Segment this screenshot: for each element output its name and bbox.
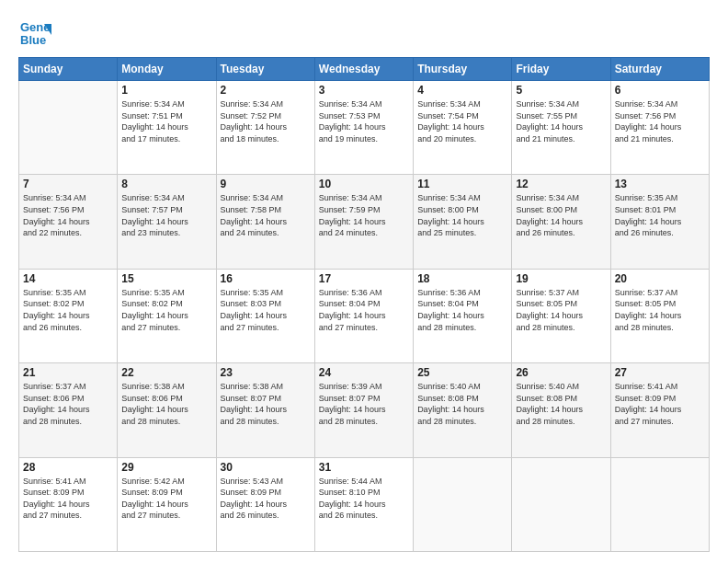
cell-info: Sunrise: 5:35 AM Sunset: 8:01 PM Dayligh… [615,192,705,238]
weekday-header-friday: Friday [512,58,610,81]
cell-info: Sunrise: 5:36 AM Sunset: 8:04 PM Dayligh… [319,287,409,333]
weekday-header-wednesday: Wednesday [314,58,413,81]
page: General Blue SundayMondayTuesdayWednesda… [0,0,728,563]
calendar-cell: 3Sunrise: 5:34 AM Sunset: 7:53 PM Daylig… [314,81,413,175]
day-number: 16 [221,272,311,285]
calendar-cell: 5Sunrise: 5:34 AM Sunset: 7:55 PM Daylig… [512,81,610,175]
cell-info: Sunrise: 5:34 AM Sunset: 7:51 PM Dayligh… [121,98,211,144]
cell-info: Sunrise: 5:35 AM Sunset: 8:03 PM Dayligh… [221,287,311,333]
calendar-cell [414,457,512,551]
day-number: 11 [417,178,507,190]
cell-info: Sunrise: 5:34 AM Sunset: 7:56 PM Dayligh… [615,98,705,144]
day-number: 17 [319,272,409,285]
cell-info: Sunrise: 5:34 AM Sunset: 7:55 PM Dayligh… [516,98,606,144]
header: General Blue [18,17,710,50]
weekday-header-row: SundayMondayTuesdayWednesdayThursdayFrid… [19,58,710,81]
day-number: 30 [221,461,311,474]
day-number: 5 [516,84,606,97]
cell-info: Sunrise: 5:38 AM Sunset: 8:06 PM Dayligh… [121,381,211,427]
calendar-cell: 23Sunrise: 5:38 AM Sunset: 8:07 PM Dayli… [216,363,314,457]
day-number: 8 [121,178,211,190]
calendar-cell: 15Sunrise: 5:35 AM Sunset: 8:02 PM Dayli… [118,269,216,362]
cell-info: Sunrise: 5:41 AM Sunset: 8:09 PM Dayligh… [23,476,113,522]
weekday-header-saturday: Saturday [610,58,709,81]
day-number: 18 [417,272,507,285]
cell-info: Sunrise: 5:41 AM Sunset: 8:09 PM Dayligh… [615,381,705,427]
day-number: 26 [516,366,606,379]
calendar-cell: 16Sunrise: 5:35 AM Sunset: 8:03 PM Dayli… [216,269,314,362]
weekday-header-thursday: Thursday [414,58,512,81]
cell-info: Sunrise: 5:34 AM Sunset: 7:52 PM Dayligh… [221,98,311,144]
calendar-week-row-4: 21Sunrise: 5:37 AM Sunset: 8:06 PM Dayli… [19,363,710,457]
calendar-table: SundayMondayTuesdayWednesdayThursdayFrid… [18,57,710,552]
cell-info: Sunrise: 5:37 AM Sunset: 8:05 PM Dayligh… [516,287,606,333]
cell-info: Sunrise: 5:43 AM Sunset: 8:09 PM Dayligh… [221,476,311,522]
day-number: 13 [615,178,705,190]
day-number: 15 [121,272,211,285]
calendar-cell: 12Sunrise: 5:34 AM Sunset: 8:00 PM Dayli… [512,175,610,269]
calendar-cell: 4Sunrise: 5:34 AM Sunset: 7:54 PM Daylig… [414,81,512,175]
weekday-header-sunday: Sunday [19,58,118,81]
cell-info: Sunrise: 5:44 AM Sunset: 8:10 PM Dayligh… [319,476,409,522]
cell-info: Sunrise: 5:34 AM Sunset: 7:54 PM Dayligh… [417,98,507,144]
calendar-cell: 13Sunrise: 5:35 AM Sunset: 8:01 PM Dayli… [610,175,709,269]
calendar-week-row-3: 14Sunrise: 5:35 AM Sunset: 8:02 PM Dayli… [19,269,710,362]
calendar-cell: 18Sunrise: 5:36 AM Sunset: 8:04 PM Dayli… [414,269,512,362]
day-number: 6 [615,84,705,97]
logo: General Blue [18,17,51,50]
calendar-cell: 26Sunrise: 5:40 AM Sunset: 8:08 PM Dayli… [512,363,610,457]
calendar-cell: 1Sunrise: 5:34 AM Sunset: 7:51 PM Daylig… [118,81,216,175]
weekday-header-tuesday: Tuesday [216,58,314,81]
calendar-cell [610,457,709,551]
cell-info: Sunrise: 5:37 AM Sunset: 8:05 PM Dayligh… [615,287,705,333]
calendar-cell: 21Sunrise: 5:37 AM Sunset: 8:06 PM Dayli… [19,363,118,457]
day-number: 12 [516,178,606,190]
day-number: 22 [121,366,211,379]
day-number: 7 [23,178,113,190]
cell-info: Sunrise: 5:34 AM Sunset: 7:56 PM Dayligh… [23,192,113,238]
cell-info: Sunrise: 5:38 AM Sunset: 8:07 PM Dayligh… [221,381,311,427]
calendar-week-row-1: 1Sunrise: 5:34 AM Sunset: 7:51 PM Daylig… [19,81,710,175]
calendar-cell: 8Sunrise: 5:34 AM Sunset: 7:57 PM Daylig… [118,175,216,269]
day-number: 14 [23,272,113,285]
day-number: 3 [319,84,409,97]
day-number: 31 [319,461,409,474]
calendar-cell: 31Sunrise: 5:44 AM Sunset: 8:10 PM Dayli… [314,457,413,551]
calendar-cell: 2Sunrise: 5:34 AM Sunset: 7:52 PM Daylig… [216,81,314,175]
day-number: 1 [121,84,211,97]
calendar-cell: 19Sunrise: 5:37 AM Sunset: 8:05 PM Dayli… [512,269,610,362]
calendar-cell: 14Sunrise: 5:35 AM Sunset: 8:02 PM Dayli… [19,269,118,362]
calendar-cell: 25Sunrise: 5:40 AM Sunset: 8:08 PM Dayli… [414,363,512,457]
calendar-cell: 30Sunrise: 5:43 AM Sunset: 8:09 PM Dayli… [216,457,314,551]
cell-info: Sunrise: 5:34 AM Sunset: 8:00 PM Dayligh… [516,192,606,238]
calendar-cell: 24Sunrise: 5:39 AM Sunset: 8:07 PM Dayli… [314,363,413,457]
cell-info: Sunrise: 5:35 AM Sunset: 8:02 PM Dayligh… [121,287,211,333]
weekday-header-monday: Monday [118,58,216,81]
cell-info: Sunrise: 5:35 AM Sunset: 8:02 PM Dayligh… [23,287,113,333]
day-number: 2 [221,84,311,97]
day-number: 24 [319,366,409,379]
calendar-cell: 9Sunrise: 5:34 AM Sunset: 7:58 PM Daylig… [216,175,314,269]
calendar-cell: 22Sunrise: 5:38 AM Sunset: 8:06 PM Dayli… [118,363,216,457]
calendar-week-row-2: 7Sunrise: 5:34 AM Sunset: 7:56 PM Daylig… [19,175,710,269]
day-number: 27 [615,366,705,379]
calendar-cell: 11Sunrise: 5:34 AM Sunset: 8:00 PM Dayli… [414,175,512,269]
calendar-cell: 27Sunrise: 5:41 AM Sunset: 8:09 PM Dayli… [610,363,709,457]
calendar-cell [19,81,118,175]
cell-info: Sunrise: 5:40 AM Sunset: 8:08 PM Dayligh… [516,381,606,427]
cell-info: Sunrise: 5:40 AM Sunset: 8:08 PM Dayligh… [417,381,507,427]
calendar-cell: 7Sunrise: 5:34 AM Sunset: 7:56 PM Daylig… [19,175,118,269]
day-number: 28 [23,461,113,474]
cell-info: Sunrise: 5:36 AM Sunset: 8:04 PM Dayligh… [417,287,507,333]
calendar-cell [512,457,610,551]
day-number: 21 [23,366,113,379]
svg-text:Blue: Blue [20,33,46,47]
calendar-cell: 10Sunrise: 5:34 AM Sunset: 7:59 PM Dayli… [314,175,413,269]
day-number: 29 [121,461,211,474]
calendar-cell: 17Sunrise: 5:36 AM Sunset: 8:04 PM Dayli… [314,269,413,362]
day-number: 4 [417,84,507,97]
cell-info: Sunrise: 5:34 AM Sunset: 7:58 PM Dayligh… [221,192,311,238]
day-number: 25 [417,366,507,379]
cell-info: Sunrise: 5:39 AM Sunset: 8:07 PM Dayligh… [319,381,409,427]
day-number: 19 [516,272,606,285]
